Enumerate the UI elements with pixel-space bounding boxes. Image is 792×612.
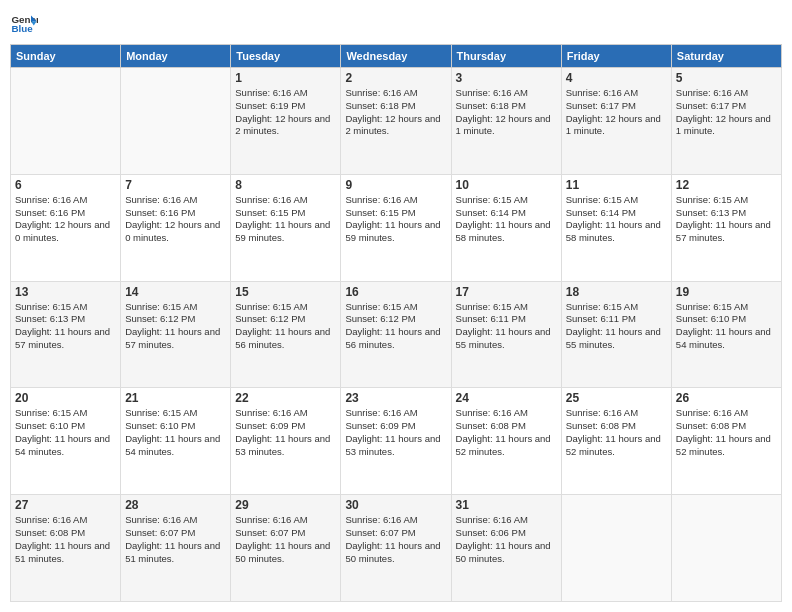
day-number: 23: [345, 391, 446, 405]
day-info: Sunrise: 6:16 AM Sunset: 6:07 PM Dayligh…: [235, 514, 336, 565]
day-info: Sunrise: 6:15 AM Sunset: 6:14 PM Dayligh…: [566, 194, 667, 245]
day-number: 12: [676, 178, 777, 192]
calendar-cell: 12Sunrise: 6:15 AM Sunset: 6:13 PM Dayli…: [671, 174, 781, 281]
day-info: Sunrise: 6:16 AM Sunset: 6:16 PM Dayligh…: [125, 194, 226, 245]
page-header: General Blue: [10, 10, 782, 38]
day-info: Sunrise: 6:15 AM Sunset: 6:12 PM Dayligh…: [125, 301, 226, 352]
day-info: Sunrise: 6:16 AM Sunset: 6:08 PM Dayligh…: [456, 407, 557, 458]
day-number: 19: [676, 285, 777, 299]
calendar-cell: 25Sunrise: 6:16 AM Sunset: 6:08 PM Dayli…: [561, 388, 671, 495]
day-header-thursday: Thursday: [451, 45, 561, 68]
day-number: 4: [566, 71, 667, 85]
day-info: Sunrise: 6:16 AM Sunset: 6:09 PM Dayligh…: [345, 407, 446, 458]
day-number: 21: [125, 391, 226, 405]
logo: General Blue: [10, 10, 40, 38]
day-info: Sunrise: 6:16 AM Sunset: 6:08 PM Dayligh…: [676, 407, 777, 458]
day-header-sunday: Sunday: [11, 45, 121, 68]
day-number: 20: [15, 391, 116, 405]
day-number: 1: [235, 71, 336, 85]
day-info: Sunrise: 6:15 AM Sunset: 6:12 PM Dayligh…: [235, 301, 336, 352]
day-info: Sunrise: 6:16 AM Sunset: 6:15 PM Dayligh…: [235, 194, 336, 245]
calendar-cell: 19Sunrise: 6:15 AM Sunset: 6:10 PM Dayli…: [671, 281, 781, 388]
calendar-cell: [561, 495, 671, 602]
day-number: 22: [235, 391, 336, 405]
day-info: Sunrise: 6:16 AM Sunset: 6:18 PM Dayligh…: [456, 87, 557, 138]
day-number: 29: [235, 498, 336, 512]
calendar-cell: 23Sunrise: 6:16 AM Sunset: 6:09 PM Dayli…: [341, 388, 451, 495]
day-number: 10: [456, 178, 557, 192]
day-info: Sunrise: 6:15 AM Sunset: 6:10 PM Dayligh…: [15, 407, 116, 458]
calendar-cell: 4Sunrise: 6:16 AM Sunset: 6:17 PM Daylig…: [561, 68, 671, 175]
day-info: Sunrise: 6:16 AM Sunset: 6:06 PM Dayligh…: [456, 514, 557, 565]
day-number: 25: [566, 391, 667, 405]
day-info: Sunrise: 6:15 AM Sunset: 6:10 PM Dayligh…: [125, 407, 226, 458]
day-header-wednesday: Wednesday: [341, 45, 451, 68]
calendar-cell: 18Sunrise: 6:15 AM Sunset: 6:11 PM Dayli…: [561, 281, 671, 388]
day-info: Sunrise: 6:16 AM Sunset: 6:18 PM Dayligh…: [345, 87, 446, 138]
day-info: Sunrise: 6:15 AM Sunset: 6:12 PM Dayligh…: [345, 301, 446, 352]
calendar-cell: 22Sunrise: 6:16 AM Sunset: 6:09 PM Dayli…: [231, 388, 341, 495]
calendar-cell: 2Sunrise: 6:16 AM Sunset: 6:18 PM Daylig…: [341, 68, 451, 175]
day-number: 5: [676, 71, 777, 85]
calendar-cell: 9Sunrise: 6:16 AM Sunset: 6:15 PM Daylig…: [341, 174, 451, 281]
day-number: 28: [125, 498, 226, 512]
day-info: Sunrise: 6:15 AM Sunset: 6:11 PM Dayligh…: [456, 301, 557, 352]
calendar-cell: 11Sunrise: 6:15 AM Sunset: 6:14 PM Dayli…: [561, 174, 671, 281]
calendar-cell: 17Sunrise: 6:15 AM Sunset: 6:11 PM Dayli…: [451, 281, 561, 388]
day-header-monday: Monday: [121, 45, 231, 68]
day-number: 24: [456, 391, 557, 405]
day-info: Sunrise: 6:15 AM Sunset: 6:13 PM Dayligh…: [676, 194, 777, 245]
calendar-cell: 31Sunrise: 6:16 AM Sunset: 6:06 PM Dayli…: [451, 495, 561, 602]
calendar-cell: 24Sunrise: 6:16 AM Sunset: 6:08 PM Dayli…: [451, 388, 561, 495]
calendar-cell: [671, 495, 781, 602]
calendar-cell: 10Sunrise: 6:15 AM Sunset: 6:14 PM Dayli…: [451, 174, 561, 281]
day-number: 27: [15, 498, 116, 512]
day-info: Sunrise: 6:16 AM Sunset: 6:07 PM Dayligh…: [345, 514, 446, 565]
day-number: 6: [15, 178, 116, 192]
calendar-cell: 6Sunrise: 6:16 AM Sunset: 6:16 PM Daylig…: [11, 174, 121, 281]
calendar-cell: 28Sunrise: 6:16 AM Sunset: 6:07 PM Dayli…: [121, 495, 231, 602]
calendar-cell: 30Sunrise: 6:16 AM Sunset: 6:07 PM Dayli…: [341, 495, 451, 602]
calendar-cell: 26Sunrise: 6:16 AM Sunset: 6:08 PM Dayli…: [671, 388, 781, 495]
calendar-cell: 13Sunrise: 6:15 AM Sunset: 6:13 PM Dayli…: [11, 281, 121, 388]
day-header-tuesday: Tuesday: [231, 45, 341, 68]
calendar-cell: 20Sunrise: 6:15 AM Sunset: 6:10 PM Dayli…: [11, 388, 121, 495]
day-info: Sunrise: 6:16 AM Sunset: 6:17 PM Dayligh…: [676, 87, 777, 138]
calendar-cell: 1Sunrise: 6:16 AM Sunset: 6:19 PM Daylig…: [231, 68, 341, 175]
day-info: Sunrise: 6:15 AM Sunset: 6:10 PM Dayligh…: [676, 301, 777, 352]
day-info: Sunrise: 6:16 AM Sunset: 6:15 PM Dayligh…: [345, 194, 446, 245]
day-info: Sunrise: 6:16 AM Sunset: 6:08 PM Dayligh…: [566, 407, 667, 458]
day-info: Sunrise: 6:16 AM Sunset: 6:19 PM Dayligh…: [235, 87, 336, 138]
day-number: 3: [456, 71, 557, 85]
day-number: 14: [125, 285, 226, 299]
day-number: 8: [235, 178, 336, 192]
day-number: 17: [456, 285, 557, 299]
calendar-cell: 29Sunrise: 6:16 AM Sunset: 6:07 PM Dayli…: [231, 495, 341, 602]
calendar-cell: 3Sunrise: 6:16 AM Sunset: 6:18 PM Daylig…: [451, 68, 561, 175]
calendar-cell: 15Sunrise: 6:15 AM Sunset: 6:12 PM Dayli…: [231, 281, 341, 388]
calendar-cell: 5Sunrise: 6:16 AM Sunset: 6:17 PM Daylig…: [671, 68, 781, 175]
day-header-saturday: Saturday: [671, 45, 781, 68]
day-info: Sunrise: 6:16 AM Sunset: 6:17 PM Dayligh…: [566, 87, 667, 138]
day-info: Sunrise: 6:16 AM Sunset: 6:09 PM Dayligh…: [235, 407, 336, 458]
day-number: 11: [566, 178, 667, 192]
day-number: 9: [345, 178, 446, 192]
calendar-cell: 7Sunrise: 6:16 AM Sunset: 6:16 PM Daylig…: [121, 174, 231, 281]
day-number: 18: [566, 285, 667, 299]
day-info: Sunrise: 6:16 AM Sunset: 6:16 PM Dayligh…: [15, 194, 116, 245]
day-info: Sunrise: 6:16 AM Sunset: 6:08 PM Dayligh…: [15, 514, 116, 565]
day-info: Sunrise: 6:15 AM Sunset: 6:14 PM Dayligh…: [456, 194, 557, 245]
day-number: 15: [235, 285, 336, 299]
day-number: 13: [15, 285, 116, 299]
day-number: 31: [456, 498, 557, 512]
svg-text:Blue: Blue: [11, 23, 33, 34]
calendar-cell: [121, 68, 231, 175]
calendar-cell: 8Sunrise: 6:16 AM Sunset: 6:15 PM Daylig…: [231, 174, 341, 281]
day-info: Sunrise: 6:15 AM Sunset: 6:13 PM Dayligh…: [15, 301, 116, 352]
day-info: Sunrise: 6:16 AM Sunset: 6:07 PM Dayligh…: [125, 514, 226, 565]
day-info: Sunrise: 6:15 AM Sunset: 6:11 PM Dayligh…: [566, 301, 667, 352]
day-header-friday: Friday: [561, 45, 671, 68]
day-number: 26: [676, 391, 777, 405]
calendar-cell: 21Sunrise: 6:15 AM Sunset: 6:10 PM Dayli…: [121, 388, 231, 495]
calendar-cell: 27Sunrise: 6:16 AM Sunset: 6:08 PM Dayli…: [11, 495, 121, 602]
